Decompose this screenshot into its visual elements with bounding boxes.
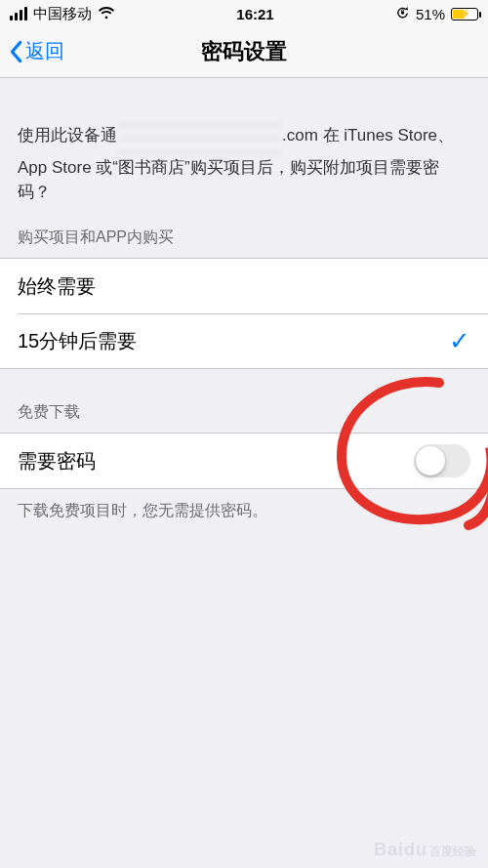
status-bar: 中国移动 16:21 51% ⚡ xyxy=(0,0,488,25)
redacted-account xyxy=(119,117,280,156)
option-label: 始终需要 xyxy=(18,273,96,300)
purchase-options-list: 始终需要 15分钟后需要 ✓ xyxy=(0,258,488,369)
free-download-list: 需要密码 xyxy=(0,433,488,489)
option-label: 15分钟后需要 xyxy=(18,328,137,354)
rotation-lock-icon xyxy=(395,5,410,22)
chevron-left-icon xyxy=(8,40,23,63)
status-left: 中国移动 xyxy=(10,5,115,23)
intro-text: 使用此设备通.com 在 iTunes Store、App Store 或“图书… xyxy=(0,78,488,214)
free-footer-text: 下载免费项目时，您无需提供密码。 xyxy=(0,489,488,533)
watermark: Baidu百度经验 xyxy=(374,840,476,860)
battery-icon: ⚡ xyxy=(451,8,478,21)
svg-rect-0 xyxy=(401,12,404,15)
carrier-label: 中国移动 xyxy=(33,5,92,23)
section-header-purchase: 购买项目和APP内购买 xyxy=(0,214,488,258)
wifi-icon xyxy=(98,6,115,22)
status-time: 16:21 xyxy=(236,6,273,22)
back-button[interactable]: 返回 xyxy=(8,38,64,64)
option-after-15-min[interactable]: 15分钟后需要 ✓ xyxy=(18,313,488,368)
back-label: 返回 xyxy=(25,38,64,64)
status-right: 51% ⚡ xyxy=(395,5,478,22)
option-always-require[interactable]: 始终需要 xyxy=(0,259,488,313)
require-password-row: 需要密码 xyxy=(0,434,488,488)
page-title: 密码设置 xyxy=(0,37,488,66)
section-header-free: 免费下载 xyxy=(0,369,488,433)
nav-bar: 返回 密码设置 xyxy=(0,25,488,78)
row-label: 需要密码 xyxy=(18,448,96,475)
checkmark-icon: ✓ xyxy=(449,326,470,356)
battery-percent: 51% xyxy=(416,6,445,22)
require-password-toggle[interactable] xyxy=(414,444,470,477)
signal-icon xyxy=(10,7,27,21)
